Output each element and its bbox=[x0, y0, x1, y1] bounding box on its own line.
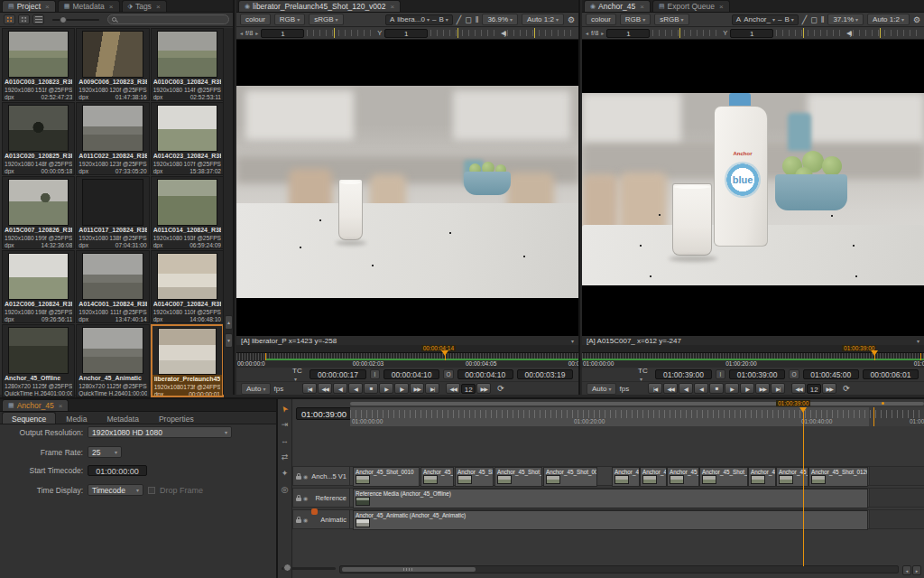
bin-clip[interactable]: Anchor_45_Offline1280x7201125f @25FPSQui… bbox=[2, 324, 75, 397]
lock-icon[interactable] bbox=[296, 498, 301, 501]
close-icon[interactable]: × bbox=[156, 3, 161, 11]
skip-forward-button[interactable]: ▶▶ bbox=[822, 383, 836, 394]
output-resolution-select[interactable]: 1920x1080 HD 1080▾ bbox=[88, 426, 232, 438]
track-enable-icon[interactable]: ◉ bbox=[303, 517, 308, 523]
gamma-slider[interactable] bbox=[776, 30, 844, 36]
bin-search[interactable] bbox=[107, 14, 229, 24]
close-icon[interactable]: × bbox=[391, 3, 395, 11]
tab-metadata[interactable]: Metadata bbox=[97, 412, 148, 424]
gear-icon[interactable]: ⚙ bbox=[568, 15, 575, 24]
viewer2-canvas[interactable]: blue Anchor bbox=[582, 40, 924, 335]
timeline-clip[interactable]: Anchor_45_Shot bbox=[455, 467, 494, 487]
set-out-button[interactable]: O bbox=[443, 369, 453, 379]
bin-clip[interactable]: A009C006_120823_R3BR1920x1080120f @25FPS… bbox=[76, 28, 149, 101]
set-in-button[interactable]: I bbox=[716, 369, 725, 379]
bin-scrollbar[interactable]: ▲ ▼ bbox=[223, 28, 233, 395]
scroll-down-button[interactable]: ▼ bbox=[225, 333, 233, 348]
timeline-ruler[interactable]: 01:00:00:0001:00:20:0001:00:40:0001:00 bbox=[350, 407, 924, 426]
roi-icon[interactable]: ◻ bbox=[465, 15, 471, 24]
timeline-clip[interactable]: Anchor_45_ bbox=[748, 467, 776, 487]
bin-clip[interactable]: A010C003_120824_R3BR1920x1080114f @25FPS… bbox=[151, 28, 224, 101]
current-timecode-field[interactable]: 01:00:39:00 bbox=[655, 369, 711, 379]
colour-button[interactable]: colour bbox=[586, 14, 616, 25]
viewer2-tab[interactable]: ◉ Anchor_45 × bbox=[584, 0, 651, 12]
bin-clip[interactable]: A013C020_120825_R3BR1920x1080148f @25FPS… bbox=[2, 102, 75, 175]
tab-media[interactable]: Media bbox=[56, 412, 97, 424]
step-forward-button[interactable]: |▶ bbox=[394, 383, 409, 394]
lock-icon[interactable] bbox=[296, 476, 301, 480]
timeline-clip[interactable]: Anchor_45_Shot_00 bbox=[699, 467, 748, 487]
chevron-down-icon[interactable]: ▾ bbox=[917, 338, 919, 344]
detail-view-button[interactable] bbox=[18, 14, 30, 24]
tc-mode-select[interactable]: TC ▾ bbox=[638, 367, 651, 383]
timeline-clip[interactable]: Anchor_45_Sh bbox=[420, 467, 454, 487]
scroll-left-button[interactable]: ◂ bbox=[902, 565, 911, 575]
fstop-down-button[interactable]: ◂ bbox=[586, 30, 588, 36]
scroll-right-button[interactable]: ▸ bbox=[912, 565, 921, 575]
tab-metadata[interactable]: ▦ Metadata × bbox=[58, 0, 120, 12]
proxy-select[interactable]: Auto 1:2▾ bbox=[867, 14, 910, 25]
close-icon[interactable]: × bbox=[109, 3, 114, 11]
drop-frame-checkbox[interactable] bbox=[148, 487, 155, 494]
tab-properties[interactable]: Properties bbox=[149, 412, 204, 424]
search-input[interactable] bbox=[119, 15, 225, 23]
prev-edit-button[interactable]: ◀◀ bbox=[318, 383, 332, 394]
b-buffer-select[interactable]: B▾ bbox=[439, 15, 448, 23]
bin-clip[interactable]: A012C006_120824_R3BR1920x1080198f @25FPS… bbox=[2, 250, 75, 323]
fps-mode-select[interactable]: Auto▾ bbox=[587, 383, 616, 395]
scroll-up-button[interactable]: ▲ bbox=[225, 315, 233, 330]
razor-tool-icon[interactable]: ✦ bbox=[282, 470, 289, 478]
bin-clip[interactable]: A014C023_120824_R3BR1920x1080107f @25FPS… bbox=[151, 102, 224, 175]
select-track-tool-icon[interactable]: ⇥ bbox=[282, 421, 289, 429]
viewer1-info-bar[interactable]: [A] liberator_P x=1423 y=-258 ▾ bbox=[236, 335, 578, 345]
step-back-button[interactable]: ◀| bbox=[679, 383, 693, 394]
out-timecode-field[interactable]: 00:00:04:10 bbox=[457, 369, 513, 379]
a-buffer-select[interactable]: Anchor_▾ bbox=[744, 15, 775, 23]
viewer1-tab[interactable]: ◉ liberator_Prelaunch45_Shot_120_v002 × bbox=[238, 0, 401, 12]
goto-end-button[interactable]: ▶| bbox=[425, 383, 439, 394]
goto-start-button[interactable]: |◀ bbox=[648, 383, 662, 394]
bin-clip[interactable]: A011C014_120824_R3BR1920x1080193f @25FPS… bbox=[151, 176, 224, 249]
sequence-tab[interactable]: ▦ Anchor_45 × bbox=[2, 399, 69, 411]
timeline-clip[interactable]: Anchor_45 bbox=[640, 467, 667, 487]
fstop-down-button[interactable]: ◂ bbox=[240, 30, 243, 36]
viewer2-info-bar[interactable]: [A] A015C007_ x=612 y=-247 ▾ bbox=[582, 335, 924, 345]
skip-frames-field[interactable]: 12 bbox=[807, 384, 821, 394]
wipe-tool-icon[interactable]: ╱ bbox=[802, 15, 807, 24]
timeline-clip[interactable]: Anchor_45_Shot_0050 bbox=[543, 467, 597, 487]
fstop-up-button[interactable]: ▸ bbox=[601, 30, 604, 36]
next-edit-button[interactable]: ▶▶ bbox=[755, 383, 770, 394]
scrub-strip[interactable] bbox=[236, 352, 578, 360]
colour-button[interactable]: colour bbox=[240, 14, 271, 25]
roi-icon[interactable]: ◻ bbox=[810, 15, 817, 24]
a-buffer-select[interactable]: libera...0▾ bbox=[397, 15, 430, 23]
timeline-clip[interactable]: Anchor_45_Shot_00 bbox=[494, 467, 542, 487]
bin-clip[interactable]: A011C017_120824_R3BR1920x1080138f @25FPS… bbox=[76, 176, 149, 249]
speaker-icon[interactable]: ◀) bbox=[846, 29, 850, 37]
thumbnail-size-slider[interactable] bbox=[52, 19, 99, 21]
close-icon[interactable]: × bbox=[45, 3, 50, 11]
playback-mode-icon[interactable]: ⟳ bbox=[843, 384, 850, 393]
bin-clip[interactable]: A011C022_120824_R3BR1920x1080123f @25FPS… bbox=[76, 102, 149, 175]
in-timecode-field[interactable]: 00:00:04:10 bbox=[383, 369, 439, 379]
skip-frames-field[interactable]: 12 bbox=[461, 384, 476, 394]
set-in-button[interactable]: I bbox=[370, 369, 380, 379]
tab-sequence[interactable]: Sequence bbox=[2, 412, 56, 424]
play-backward-button[interactable]: ◀ bbox=[348, 383, 363, 394]
export-queue-tab[interactable]: ▤ Export Queue × bbox=[652, 0, 730, 12]
gamma-input[interactable]: 1 bbox=[730, 29, 773, 38]
timeline-playhead-handle[interactable] bbox=[799, 407, 807, 413]
fps-mode-select[interactable]: Auto▾ bbox=[241, 383, 271, 395]
track-lane[interactable]: Reference Media (Anchor_45_Offline) bbox=[350, 488, 924, 508]
viewer2-scrub-bar[interactable]: 01:00:39:00 01:00:00:00 01:00:20:00 01:0… bbox=[582, 345, 924, 368]
gain-slider[interactable] bbox=[307, 30, 374, 36]
close-icon[interactable]: × bbox=[59, 402, 63, 410]
timeline-clip[interactable]: Anchor_45_Animatic (Anchor_45_Animatic) bbox=[353, 510, 868, 530]
chevron-down-icon[interactable]: ▾ bbox=[571, 338, 574, 344]
viewer1-canvas[interactable] bbox=[236, 40, 578, 335]
close-icon[interactable]: × bbox=[640, 3, 644, 11]
lock-icon[interactable] bbox=[296, 519, 301, 523]
track-lane[interactable]: Anchor_45_Shot_0010Anchor_45_ShAnchor_45… bbox=[350, 466, 924, 486]
gain-input[interactable]: 1 bbox=[606, 29, 650, 38]
gamma-slider[interactable] bbox=[430, 30, 498, 36]
